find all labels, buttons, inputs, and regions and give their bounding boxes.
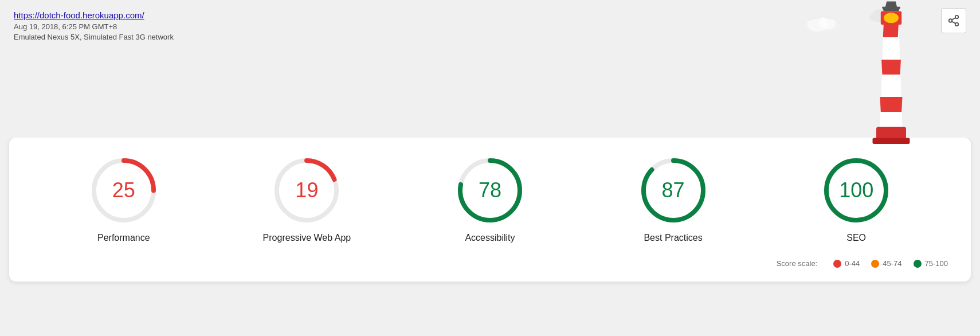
score-number-best-practices: 87: [662, 178, 685, 202]
device-text: Emulated Nexus 5X, Simulated Fast 3G net…: [14, 33, 966, 41]
legend-label-red: 0-44: [845, 259, 860, 268]
share-button[interactable]: [941, 8, 966, 33]
score-label-pwa: Progressive Web App: [263, 233, 351, 243]
score-label-accessibility: Accessibility: [465, 233, 515, 243]
score-label-performance: Performance: [97, 233, 150, 243]
score-number-seo: 100: [839, 178, 873, 202]
legend-item-red: 0-44: [833, 259, 860, 268]
svg-marker-13: [881, 60, 901, 75]
score-number-pwa: 19: [295, 178, 318, 202]
legend-item-green: 75-100: [914, 259, 948, 268]
score-item-best-practices: 87 Best Practices: [628, 156, 719, 243]
legend-label-green: 75-100: [925, 259, 948, 268]
score-circle-pwa: 19: [272, 156, 341, 225]
score-number-performance: 25: [112, 178, 135, 202]
score-item-seo: 100 SEO: [810, 156, 902, 243]
scores-panel: 25 Performance 19 Progressive Web App 78: [9, 138, 971, 282]
score-circle-seo: 100: [822, 156, 891, 225]
legend-label-orange: 45-74: [883, 259, 901, 268]
score-circle-accessibility: 78: [456, 156, 524, 225]
score-label-best-practices: Best Practices: [644, 233, 702, 243]
scores-row: 25 Performance 19 Progressive Web App 78: [32, 156, 948, 243]
legend-dot-red: [833, 260, 841, 268]
lighthouse-icon: [854, 0, 928, 120]
score-number-accessibility: 78: [479, 178, 501, 202]
score-scale-label: Score scale:: [777, 259, 818, 268]
svg-marker-14: [880, 97, 903, 112]
score-item-performance: 25 Performance: [78, 156, 170, 243]
svg-marker-19: [885, 2, 897, 7]
score-item-accessibility: 78 Accessibility: [444, 156, 536, 243]
score-item-pwa: 19 Progressive Web App: [261, 156, 352, 243]
svg-rect-10: [873, 138, 910, 144]
svg-line-24: [952, 18, 955, 20]
legend-item-orange: 45-74: [871, 259, 901, 268]
svg-line-23: [952, 21, 955, 24]
legend-dot-orange: [871, 260, 879, 268]
score-circle-best-practices: 87: [639, 156, 708, 225]
legend-dot-green: [914, 260, 922, 268]
cloud-icon-1: [802, 11, 842, 32]
score-circle-performance: 25: [89, 156, 158, 225]
score-legend: Score scale: 0-44 45-74 75-100: [32, 259, 948, 268]
score-label-seo: SEO: [846, 233, 866, 243]
svg-point-16: [884, 13, 899, 23]
svg-point-5: [820, 15, 836, 30]
header-area: https://dotch-food.herokuapp.com/ Aug 19…: [0, 0, 980, 138]
